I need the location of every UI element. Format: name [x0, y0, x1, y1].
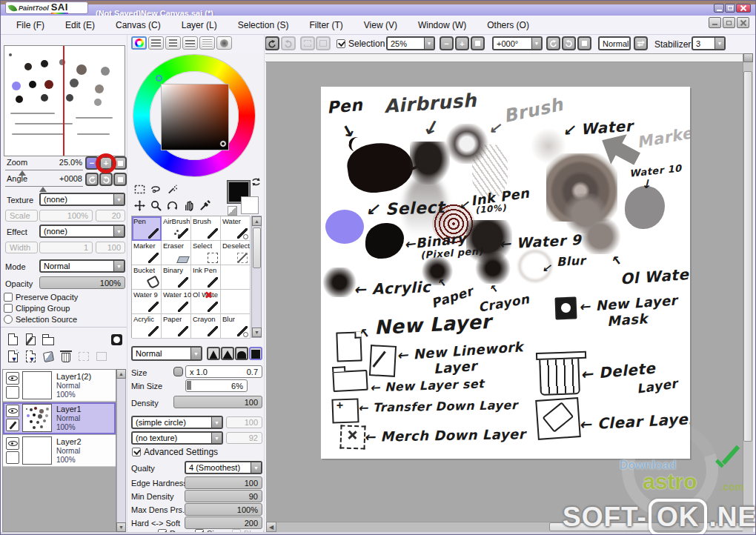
tool-cell-ink-pen[interactable]: Ink Pen [191, 265, 221, 290]
clear-layer-button[interactable] [41, 349, 56, 364]
layer-thumbnail[interactable] [22, 371, 52, 399]
nav-rotate-reset-button[interactable] [113, 173, 127, 186]
tool-cell-select[interactable]: Select [191, 241, 221, 265]
rotate-tool[interactable] [165, 198, 179, 213]
transparent-color-swatch[interactable] [228, 206, 237, 216]
brush-blend-dropdown-arrow[interactable]: ▼ [190, 348, 201, 359]
close-button[interactable] [736, 4, 751, 13]
layer-row-layer1-2[interactable]: Layer1(2)Normal100% [3, 370, 116, 402]
clipping-group-checkbox[interactable] [4, 304, 13, 313]
magic-wand-tool[interactable] [165, 182, 179, 196]
selection-toggle[interactable]: Selection [336, 39, 385, 49]
crop-selection-button[interactable] [300, 36, 315, 50]
color-mixer-tab[interactable] [182, 36, 198, 50]
view-mode-button[interactable]: Normal [598, 36, 631, 50]
hsv-slider-tab[interactable] [165, 36, 181, 50]
canvas-vscroll-thumb[interactable] [743, 71, 752, 442]
selection-checkbox[interactable] [336, 39, 345, 48]
min-density-bar[interactable]: 90 [185, 490, 262, 502]
canvas[interactable]: Pen↘Airbrush↓Brush↙↙ WaterMarkerWater 10… [321, 87, 690, 459]
selection-source-toggle[interactable]: Selection Source [4, 315, 77, 324]
menu-item-filter-t[interactable]: Filter (T) [299, 18, 352, 33]
eyedropper-tool[interactable] [197, 198, 212, 213]
tool-cell-brush[interactable]: Brush [191, 216, 221, 241]
menu-item-layer-l[interactable]: Layer (L) [172, 18, 227, 33]
zoom-reset-button[interactable] [471, 36, 485, 50]
canvas-top-scrollbar[interactable] [265, 53, 743, 62]
brush-shape-dropdown[interactable]: (simple circle) ▼ [131, 416, 223, 429]
title-bar[interactable]: (Not Saved)New Canvas.sai (*) [1, 4, 756, 16]
tool-cell-bucket[interactable]: Bucket [132, 265, 162, 290]
tool-cell-acrylic[interactable]: Acrylic [132, 314, 162, 339]
swatches-tab[interactable] [199, 36, 215, 50]
opacity-bar[interactable]: 100% [39, 276, 125, 289]
menu-item-window-w[interactable]: Window (W) [408, 18, 476, 33]
quality-dropdown[interactable]: 4 (Smoothest) ▼ [185, 461, 262, 474]
brush-tip-medium-button[interactable] [221, 347, 234, 360]
child-close-button[interactable] [737, 17, 749, 28]
maximize-button[interactable] [725, 4, 735, 13]
menu-item-canvas-c[interactable]: Canvas (C) [106, 18, 170, 33]
layer-paint-indicator[interactable] [6, 419, 19, 431]
density-bar[interactable]: 100 [173, 396, 262, 408]
advanced-settings-toggle[interactable]: Advanced Settings [132, 447, 218, 457]
nav-angle-slider-handle[interactable] [39, 187, 47, 192]
tool-cell-binary[interactable]: Binary [162, 265, 191, 290]
paint-effect-button[interactable] [76, 349, 91, 364]
canvas-top-scrollbar-button[interactable] [743, 53, 753, 62]
sv-cursor[interactable] [220, 141, 226, 147]
navigator-preview[interactable] [4, 45, 125, 156]
min-size-bar[interactable]: 6% [185, 379, 248, 392]
layer-paint-indicator[interactable] [6, 451, 19, 464]
palette-scroll-down-icon[interactable]: ▼ [252, 328, 262, 337]
preserve-opacity-toggle[interactable]: Preserve Opacity [4, 293, 78, 302]
tool-cell-water-9[interactable]: Water 9 [132, 290, 162, 314]
background-color-swatch[interactable] [241, 196, 259, 214]
texture-dropdown[interactable]: (none) ▼ [39, 193, 125, 206]
layer-thumbnail[interactable] [22, 436, 52, 465]
merge-down-layer-button[interactable]: ▼ [23, 349, 38, 364]
layer-mode-dropdown[interactable]: Normal ▼ [39, 259, 125, 273]
tool-cell-crayon[interactable]: Crayon [191, 314, 221, 339]
new-layer-set-button[interactable] [41, 332, 56, 347]
flip-view-button[interactable] [634, 36, 648, 50]
zoom-tool[interactable] [148, 198, 163, 213]
brush-shape-dropdown-arrow[interactable]: ▼ [211, 417, 222, 428]
stabilizer-dropdown-arrow[interactable]: ▼ [714, 38, 724, 49]
canvas-hscroll-left-button[interactable]: ◀ [266, 522, 276, 532]
brush-tip-soft-button[interactable] [207, 347, 220, 360]
child-restore-button[interactable] [723, 17, 735, 28]
zoom-dropdown-arrow[interactable]: ▼ [424, 38, 434, 49]
brush-blend-dropdown[interactable]: Normal ▼ [131, 346, 202, 361]
move-tool[interactable] [132, 198, 147, 213]
tool-palette-scrollbar[interactable]: ▲ ▼ [251, 216, 262, 338]
undo-button[interactable] [265, 36, 279, 50]
color-wheel-tab[interactable] [131, 36, 147, 50]
tool-cell-ol-wate[interactable]: Ol Wate [191, 290, 221, 314]
rgb-slider-tab[interactable] [148, 36, 164, 50]
scratchpad-tab[interactable] [216, 36, 232, 50]
deselect-all-button[interactable] [316, 36, 331, 50]
layer-paint-indicator[interactable] [6, 386, 19, 399]
tool-cell-pen[interactable]: Pen [132, 216, 162, 241]
transfer-down-layer-button[interactable]: +▼ [5, 349, 20, 364]
layer-scroll-down-icon[interactable]: ▼ [116, 522, 126, 532]
paint-transfer-button[interactable] [94, 349, 109, 364]
nav-rotate-ccw-button[interactable] [85, 173, 99, 186]
palette-scroll-thumb[interactable] [253, 227, 261, 268]
brush-texture-dropdown[interactable]: (no texture) ▼ [131, 431, 223, 445]
saturation-value-square[interactable] [161, 84, 229, 150]
tool-cell-blur[interactable]: Blur [221, 314, 251, 339]
menu-item-others-o[interactable]: Others (O) [477, 18, 539, 33]
tool-cell-airbrush[interactable]: AirBrush [162, 216, 191, 241]
layer-visibility-button[interactable] [6, 437, 19, 450]
child-minimize-button[interactable] [709, 17, 721, 28]
brush-tip-hard-button[interactable] [235, 347, 248, 360]
layer-visibility-button[interactable] [6, 372, 19, 385]
rect-select-tool[interactable] [132, 182, 147, 196]
tool-cell-water[interactable]: Water [221, 216, 251, 241]
size-bar[interactable]: x 1.0 0.7 [185, 365, 262, 378]
nav-rotate-cw-button[interactable] [99, 173, 113, 186]
layer-list-scrollbar[interactable]: ▲ ▼ [116, 369, 126, 532]
tool-cell-deselect[interactable]: Deselect [221, 241, 251, 265]
